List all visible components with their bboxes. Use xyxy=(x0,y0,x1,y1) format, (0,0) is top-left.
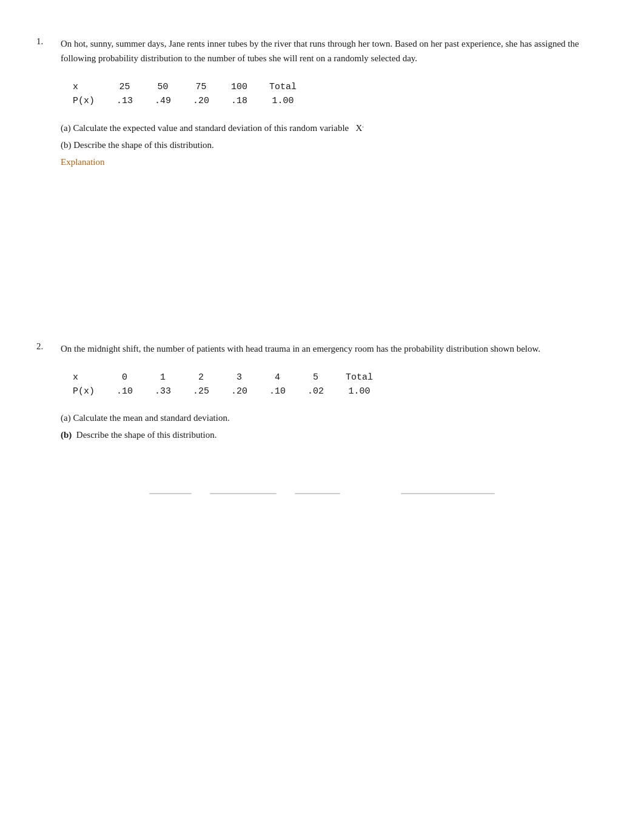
part-b-label: (b) xyxy=(61,430,72,440)
explanation-link[interactable]: Explanation xyxy=(61,157,104,167)
table-cell: .33 xyxy=(144,384,182,398)
problem-2: 2. On the midnight shift, the number of … xyxy=(36,341,608,444)
problem-2-text: On the midnight shift, the number of pat… xyxy=(61,341,608,356)
problem-2-content: On the midnight shift, the number of pat… xyxy=(61,341,608,444)
problem-1-part-b: (b) Describe the shape of this distribut… xyxy=(61,138,608,152)
table-cell: 1 xyxy=(144,371,182,384)
decoration-line-2 xyxy=(210,493,277,494)
table-cell: .20 xyxy=(182,94,220,108)
table-cell: x xyxy=(73,371,106,384)
table-cell: Total xyxy=(335,371,384,384)
table-cell: x xyxy=(73,80,106,94)
problem-1-explanation[interactable]: Explanation xyxy=(61,155,608,169)
table-cell: .18 xyxy=(220,94,258,108)
table-row: P(x) .13 .49 .20 .18 1.00 xyxy=(73,94,307,108)
table-row: x 0 1 2 3 4 5 Total xyxy=(73,371,384,384)
problem-2-part-b: (b) Describe the shape of this distribut… xyxy=(61,428,608,442)
table-cell: 25 xyxy=(106,80,144,94)
table-row: P(x) .10 .33 .25 .20 .10 .02 1.00 xyxy=(73,384,384,398)
table-cell: 0 xyxy=(106,371,144,384)
problem-1-content: On hot, sunny, summer days, Jane rents i… xyxy=(61,36,608,172)
table-cell: P(x) xyxy=(73,94,106,108)
table-cell: 1.00 xyxy=(258,94,307,108)
decoration-line-4 xyxy=(401,493,495,494)
table-cell: .02 xyxy=(297,384,335,398)
table-cell: 75 xyxy=(182,80,220,94)
table-cell: 2 xyxy=(182,371,220,384)
problem-1-table: x 25 50 75 100 Total P(x) .13 .49 .20 .1… xyxy=(73,80,307,108)
table-cell: P(x) xyxy=(73,384,106,398)
decoration-line-1 xyxy=(149,493,192,494)
spacer-1 xyxy=(36,208,608,329)
problem-2-number: 2. xyxy=(36,341,61,444)
table-cell: 4 xyxy=(258,371,297,384)
problem-1-text: On hot, sunny, summer days, Jane rents i… xyxy=(61,36,608,65)
table-cell: .13 xyxy=(106,94,144,108)
table-cell: .10 xyxy=(258,384,297,398)
table-cell: .10 xyxy=(106,384,144,398)
table-cell: .49 xyxy=(144,94,182,108)
table-row: x 25 50 75 100 Total xyxy=(73,80,307,94)
table-cell: 3 xyxy=(220,371,258,384)
problem-1-number: 1. xyxy=(36,36,61,172)
table-cell: .20 xyxy=(220,384,258,398)
table-cell: 1.00 xyxy=(335,384,384,398)
problem-2-table: x 0 1 2 3 4 5 Total P(x) .10 .33 .25 .20… xyxy=(73,371,384,398)
table-cell: Total xyxy=(258,80,307,94)
decoration-line-3 xyxy=(295,493,340,494)
table-cell: 100 xyxy=(220,80,258,94)
problem-2-part-a: (a) Calculate the mean and standard devi… xyxy=(61,411,608,425)
table-cell: .25 xyxy=(182,384,220,398)
bottom-decoration xyxy=(36,493,608,494)
problem-1-part-a: (a) Calculate the expected value and sta… xyxy=(61,120,608,135)
problem-1: 1. On hot, sunny, summer days, Jane rent… xyxy=(36,36,608,172)
table-cell: 5 xyxy=(297,371,335,384)
table-cell: 50 xyxy=(144,80,182,94)
